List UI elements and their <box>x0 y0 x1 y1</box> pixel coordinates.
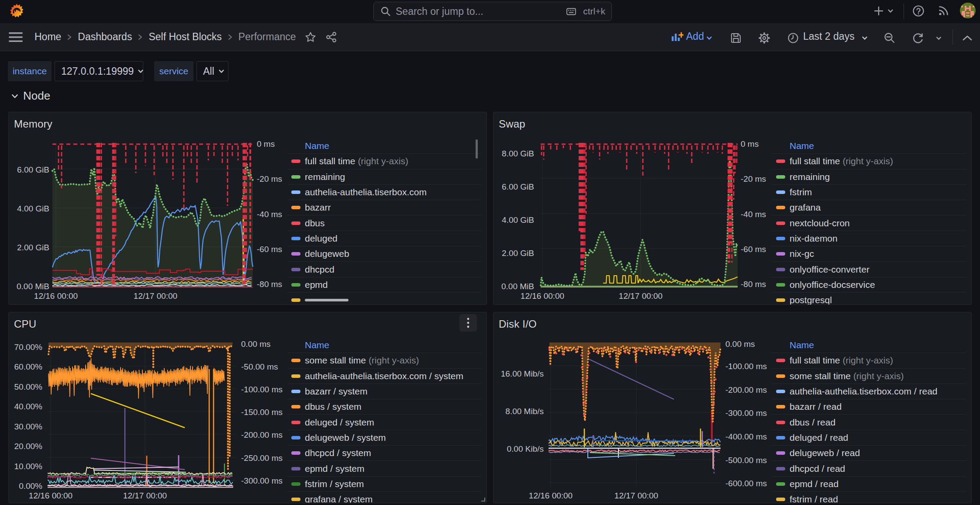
svg-text:-300.00 ms: -300.00 ms <box>725 408 767 418</box>
svg-text:6.00 GiB: 6.00 GiB <box>502 182 534 191</box>
svg-text:-300.00 ms: -300.00 ms <box>241 476 283 485</box>
svg-text:-50.00 ms: -50.00 ms <box>241 362 278 371</box>
svg-text:0.00%: 0.00% <box>19 481 42 491</box>
svg-text:-150.00 ms: -150.00 ms <box>241 408 283 417</box>
svg-text:-100.00 ms: -100.00 ms <box>241 385 283 394</box>
svg-text:8.00 Mib/s: 8.00 Mib/s <box>505 407 544 416</box>
svg-text:-100.00 ms: -100.00 ms <box>725 362 767 371</box>
svg-text:0 ms: 0 ms <box>741 139 759 149</box>
svg-text:60.00%: 60.00% <box>14 362 43 371</box>
svg-text:12/17 00:00: 12/17 00:00 <box>134 291 177 301</box>
svg-text:-200.00 ms: -200.00 ms <box>241 430 283 439</box>
svg-text:-40 ms: -40 ms <box>741 210 766 219</box>
svg-text:2.00 GiB: 2.00 GiB <box>502 249 534 258</box>
svg-text:50.00%: 50.00% <box>14 382 43 391</box>
svg-text:2.00 GiB: 2.00 GiB <box>17 243 49 252</box>
svg-text:-20 ms: -20 ms <box>257 174 282 183</box>
svg-text:20.00%: 20.00% <box>14 442 43 451</box>
svg-text:0 ms: 0 ms <box>257 139 275 149</box>
svg-text:0.00 MiB: 0.00 MiB <box>17 282 49 291</box>
svg-text:12/16 00:00: 12/16 00:00 <box>529 491 573 500</box>
svg-text:6.00 GiB: 6.00 GiB <box>17 165 49 174</box>
svg-text:12/17 00:00: 12/17 00:00 <box>123 491 167 500</box>
svg-text:12/17 00:00: 12/17 00:00 <box>614 491 658 500</box>
svg-text:-80 ms: -80 ms <box>741 280 766 289</box>
svg-text:30.00%: 30.00% <box>14 422 43 431</box>
svg-text:0.00 Kib/s: 0.00 Kib/s <box>507 444 544 453</box>
svg-text:-60 ms: -60 ms <box>257 245 282 254</box>
svg-text:8.00 GiB: 8.00 GiB <box>502 149 534 158</box>
svg-text:4.00 GiB: 4.00 GiB <box>502 215 534 225</box>
svg-text:0.00 MiB: 0.00 MiB <box>501 282 534 291</box>
svg-text:4.00 GiB: 4.00 GiB <box>17 204 49 213</box>
svg-text:-250.00 ms: -250.00 ms <box>241 453 283 463</box>
svg-text:-600.00 ms: -600.00 ms <box>725 479 767 488</box>
svg-text:12/16 00:00: 12/16 00:00 <box>29 491 72 500</box>
svg-text:-500.00 ms: -500.00 ms <box>725 456 767 465</box>
svg-text:12/17 00:00: 12/17 00:00 <box>619 291 663 301</box>
svg-text:12/16 00:00: 12/16 00:00 <box>521 291 564 301</box>
svg-text:0.00 ms: 0.00 ms <box>241 339 271 349</box>
svg-text:70.00%: 70.00% <box>14 342 43 352</box>
svg-text:40.00%: 40.00% <box>14 402 43 411</box>
svg-text:-400.00 ms: -400.00 ms <box>725 432 767 441</box>
svg-text:-20 ms: -20 ms <box>741 174 766 183</box>
svg-text:-200.00 ms: -200.00 ms <box>725 385 767 394</box>
svg-text:0.00 ms: 0.00 ms <box>725 339 755 349</box>
svg-text:10.00%: 10.00% <box>14 462 43 471</box>
svg-text:12/16 00:00: 12/16 00:00 <box>34 291 78 301</box>
svg-text:-40 ms: -40 ms <box>257 210 282 219</box>
svg-text:-80 ms: -80 ms <box>257 280 282 289</box>
svg-text:-60 ms: -60 ms <box>741 245 766 254</box>
svg-text:16.00 Mib/s: 16.00 Mib/s <box>501 369 544 378</box>
